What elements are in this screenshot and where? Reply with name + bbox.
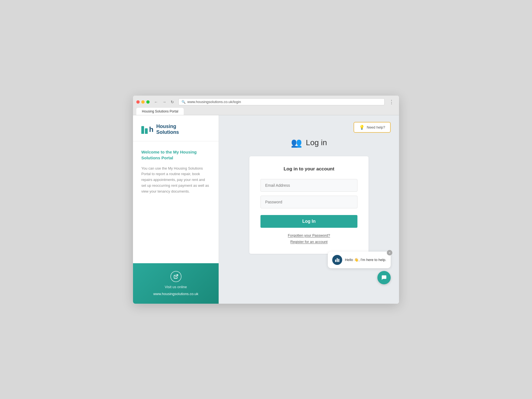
help-button[interactable]: 💡 Need help? [354, 122, 391, 133]
website-url: www.housingsolutions.co.uk [153, 292, 198, 296]
chat-fab-button[interactable] [377, 271, 391, 284]
main-content: h Housing Solutions Welcome to the My Ho… [133, 115, 399, 304]
chat-greeting: Hello 👋, I'm here to help. [345, 258, 386, 262]
browser-menu-button[interactable]: ⋮ [387, 98, 396, 106]
users-icon: 👥 [291, 137, 302, 148]
lightbulb-icon: 💡 [359, 125, 365, 130]
left-panel: h Housing Solutions Welcome to the My Ho… [133, 115, 219, 304]
svg-line-0 [175, 275, 178, 277]
login-card: Log in to your account Log In Forgotten … [249, 156, 369, 254]
traffic-lights [136, 100, 150, 104]
logo-housing: Housing [156, 124, 179, 130]
address-input[interactable] [187, 100, 382, 104]
login-button[interactable]: Log In [260, 215, 357, 228]
logo-container: h Housing Solutions [141, 124, 210, 135]
close-traffic-light[interactable] [136, 100, 140, 104]
welcome-text: You can use the My Housing Solutions Por… [141, 166, 210, 195]
login-heading: 👥 Log in [291, 137, 327, 148]
register-link[interactable]: Register for an account [290, 240, 328, 244]
logo-bar-tall [141, 126, 144, 134]
chat-avatar [332, 255, 342, 265]
welcome-area: Welcome to the My Housing Solutions Port… [133, 141, 219, 263]
minimize-traffic-light[interactable] [141, 100, 145, 104]
search-icon: 🔍 [181, 100, 186, 104]
browser-window: ← → ↻ 🔍 ⋮ Housing Solutions Portal [133, 96, 399, 304]
svg-rect-3 [338, 259, 339, 262]
tab-bar: Housing Solutions Portal [136, 108, 396, 115]
left-footer: Visit us online www.housingsolutions.co.… [133, 263, 219, 304]
chat-close-button[interactable]: × [387, 250, 392, 255]
form-links: Forgotten your Password? Register for an… [260, 233, 357, 244]
right-panel: 💡 Need help? 👥 Log in Log in to your acc… [219, 115, 399, 304]
email-group [260, 179, 357, 192]
chat-widget: Hello 👋, I'm here to help. × [328, 252, 391, 284]
refresh-button[interactable]: ↻ [169, 99, 176, 105]
active-tab[interactable]: Housing Solutions Portal [136, 108, 184, 115]
nav-buttons: ← → ↻ [152, 99, 176, 105]
password-group [260, 196, 357, 208]
address-bar: 🔍 [178, 98, 385, 105]
email-input[interactable] [260, 179, 357, 192]
svg-rect-2 [337, 258, 338, 262]
chat-bubble: Hello 👋, I'm here to help. × [328, 252, 391, 268]
logo-icon: h [141, 125, 154, 134]
logo-area: h Housing Solutions [133, 115, 219, 141]
logo-h-letter: h [149, 125, 154, 134]
visit-us-label: Visit us online [165, 285, 187, 289]
forgot-password-link[interactable]: Forgotten your Password? [288, 233, 330, 237]
help-button-label: Need help? [367, 125, 385, 129]
logo-bar-short [145, 128, 148, 134]
browser-chrome: ← → ↻ 🔍 ⋮ Housing Solutions Portal [133, 96, 399, 115]
login-section: 👥 Log in Log in to your account Log In F… [227, 121, 391, 254]
svg-rect-1 [335, 259, 336, 262]
password-input[interactable] [260, 196, 357, 208]
login-page-title: Log in [306, 138, 327, 147]
external-link-icon[interactable] [170, 271, 181, 282]
welcome-title: Welcome to the My Housing Solutions Port… [141, 149, 210, 161]
maximize-traffic-light[interactable] [146, 100, 150, 104]
logo-solutions: Solutions [156, 129, 179, 135]
forward-button[interactable]: → [161, 99, 168, 105]
login-card-subtitle: Log in to your account [260, 166, 357, 172]
logo-text: Housing Solutions [156, 124, 179, 135]
back-button[interactable]: ← [152, 99, 160, 105]
